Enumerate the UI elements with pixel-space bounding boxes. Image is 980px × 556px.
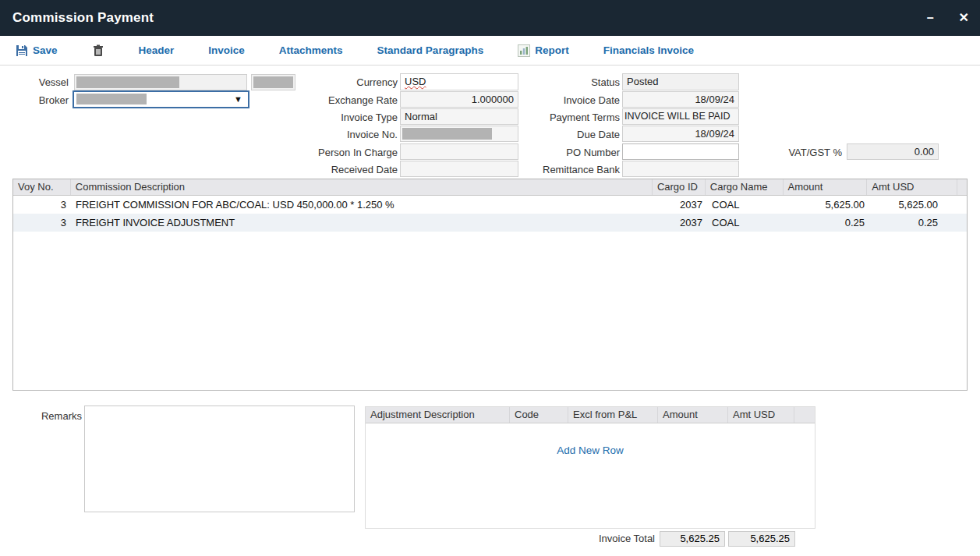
financials-invoice-label: Financials Invoice <box>603 44 694 56</box>
financials-invoice-tab[interactable]: Financials Invoice <box>603 44 694 56</box>
commission-payment-window: Commission Payment – ✕ Save Header Invoi… <box>0 0 980 556</box>
cell-amount: 5,625.00 <box>785 196 869 214</box>
invoice-label: Invoice <box>208 44 245 56</box>
col-code[interactable]: Code <box>510 407 568 423</box>
header-label: Header <box>139 44 175 56</box>
adjustments-table-header: Adjustment Description Code Excl from P&… <box>366 407 815 423</box>
attachments-label: Attachments <box>279 44 343 56</box>
header-tab[interactable]: Header <box>139 44 175 56</box>
cell-amt-usd: 5,625.00 <box>869 196 960 214</box>
col-amt-usd[interactable]: Amt USD <box>867 179 957 195</box>
commission-table: Voy No. Commission Description Cargo ID … <box>12 179 968 391</box>
broker-dropdown[interactable]: ▼ <box>73 90 249 108</box>
minimize-button[interactable]: – <box>927 12 934 24</box>
table-row[interactable]: 3 FREIGHT INVOICE ADJUSTMENT 2037 COAL 0… <box>13 214 967 232</box>
remittance-bank-field[interactable] <box>622 161 739 177</box>
person-in-charge-label: Person In Charge <box>281 144 398 161</box>
cell-cargo-id: 2037 <box>654 196 707 214</box>
remittance-bank-label: Remittance Bank <box>499 161 620 178</box>
vessel-label: Vessel <box>6 74 69 90</box>
invoice-total-label: Invoice Total <box>546 531 655 547</box>
col-filler <box>957 179 967 195</box>
invoice-total-amt-usd-field: 5,625.25 <box>728 531 795 547</box>
col-amount[interactable]: Amount <box>784 179 868 195</box>
cell-cargo-id: 2037 <box>654 214 707 232</box>
invoice-date-field[interactable]: 18/09/24 <box>622 91 739 108</box>
invoice-tab[interactable]: Invoice <box>208 44 245 56</box>
received-date-label: Received Date <box>281 161 398 178</box>
close-button[interactable]: ✕ <box>959 12 969 24</box>
cell-cargo-name: COAL <box>707 214 785 232</box>
report-button[interactable]: Report <box>518 44 569 57</box>
standard-paragraphs-tab[interactable]: Standard Paragraphs <box>377 44 484 56</box>
col-adj-amt-usd[interactable]: Amt USD <box>728 407 794 423</box>
add-new-row-link[interactable]: Add New Row <box>366 444 815 456</box>
save-icon <box>16 44 28 57</box>
broker-label: Broker <box>6 92 69 108</box>
invoice-no-redacted-value <box>402 128 492 140</box>
remarks-label: Remarks <box>23 408 82 424</box>
broker-redacted-value <box>76 94 147 104</box>
invoice-no-label: Invoice No. <box>281 126 398 143</box>
currency-value: USD <box>405 76 426 87</box>
payment-terms-field[interactable]: INVOICE WILL BE PAID <box>622 108 739 125</box>
col-adj-amount[interactable]: Amount <box>658 407 728 423</box>
status-field: Posted <box>622 73 739 90</box>
po-number-label: PO Number <box>499 144 620 161</box>
vat-gst-field[interactable]: 0.00 <box>847 143 939 160</box>
payment-terms-label: Payment Terms <box>499 109 620 126</box>
status-label: Status <box>499 74 620 90</box>
cell-voy-no: 3 <box>13 196 71 214</box>
window-title: Commission Payment <box>0 10 154 26</box>
due-date-field[interactable]: 18/09/24 <box>622 126 739 142</box>
due-date-label: Due Date <box>499 126 620 143</box>
col-excl-from-pl[interactable]: Excl from P&L <box>568 407 658 423</box>
save-label: Save <box>33 44 58 56</box>
col-cargo-name[interactable]: Cargo Name <box>706 179 784 195</box>
cell-description: FREIGHT COMMISSION FOR ABC/COAL: USD 450… <box>71 196 654 214</box>
toolbar: Save Header Invoice Attachments Standard… <box>0 36 980 66</box>
invoice-date-label: Invoice Date <box>499 92 620 108</box>
report-label: Report <box>535 44 569 56</box>
report-icon <box>518 44 530 57</box>
attachments-tab[interactable]: Attachments <box>279 44 343 56</box>
save-button[interactable]: Save <box>16 44 58 57</box>
invoice-type-label: Invoice Type <box>281 109 398 126</box>
cell-cargo-name: COAL <box>707 196 785 214</box>
table-row[interactable]: 3 FREIGHT COMMISSION FOR ABC/COAL: USD 4… <box>13 196 967 214</box>
adjustments-table: Adjustment Description Code Excl from P&… <box>365 406 815 529</box>
invoice-total-amount-field: 5,625.25 <box>660 531 725 547</box>
delete-button[interactable] <box>92 44 104 57</box>
col-voy-no[interactable]: Voy No. <box>13 179 71 195</box>
cell-amount: 0.25 <box>785 214 869 232</box>
chevron-down-icon: ▼ <box>234 94 242 104</box>
po-number-field[interactable] <box>622 143 739 160</box>
col-adjustment-description[interactable]: Adjustment Description <box>366 407 510 423</box>
col-adj-filler <box>794 407 815 423</box>
remarks-textarea[interactable] <box>84 405 355 512</box>
col-commission-description[interactable]: Commission Description <box>71 179 653 195</box>
vessel-field[interactable] <box>74 74 247 90</box>
titlebar: Commission Payment – ✕ <box>0 0 980 36</box>
cell-voy-no: 3 <box>13 214 71 232</box>
currency-label: Currency <box>281 74 398 90</box>
vat-gst-label: VAT/GST % <box>748 144 842 161</box>
standard-paragraphs-label: Standard Paragraphs <box>377 44 484 56</box>
trash-icon <box>92 44 104 57</box>
cell-amt-usd: 0.25 <box>869 214 960 232</box>
vessel-redacted-value <box>76 76 179 88</box>
col-cargo-id[interactable]: Cargo ID <box>653 179 706 195</box>
exchange-rate-label: Exchange Rate <box>281 92 398 108</box>
commission-table-header: Voy No. Commission Description Cargo ID … <box>13 179 967 196</box>
cell-description: FREIGHT INVOICE ADJUSTMENT <box>71 214 654 232</box>
